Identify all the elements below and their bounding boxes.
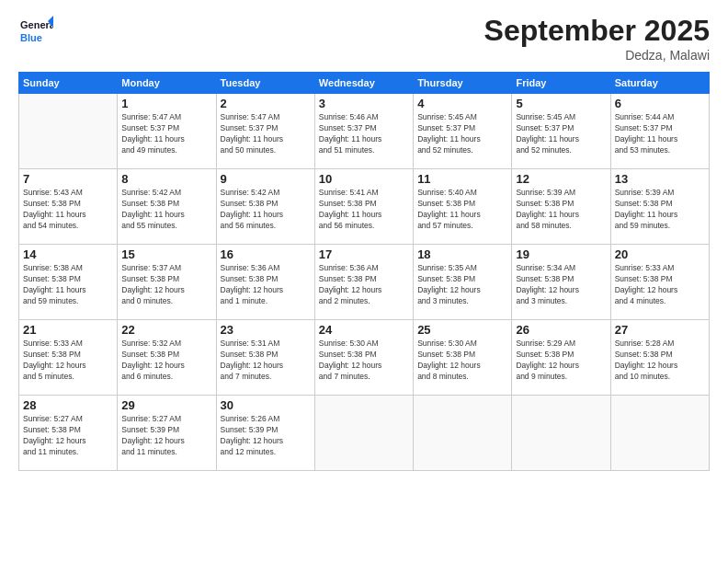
cell-3-6: 19Sunrise: 5:34 AM Sunset: 5:38 PM Dayli… — [512, 245, 610, 320]
cell-content-3: Sunrise: 5:46 AM Sunset: 5:37 PM Dayligh… — [319, 112, 409, 156]
cell-4-3: 23Sunrise: 5:31 AM Sunset: 5:38 PM Dayli… — [216, 320, 314, 396]
title-block: September 2025 Dedza, Malawi — [484, 14, 710, 63]
cell-content-1: Sunrise: 5:47 AM Sunset: 5:37 PM Dayligh… — [121, 112, 211, 156]
cell-3-2: 15Sunrise: 5:37 AM Sunset: 5:38 PM Dayli… — [118, 245, 216, 320]
day-number-16: 16 — [221, 247, 311, 261]
day-number-2: 2 — [221, 97, 311, 110]
day-number-19: 19 — [516, 247, 606, 261]
calendar-header-row: Sunday Monday Tuesday Wednesday Thursday… — [19, 73, 710, 94]
day-number-15: 15 — [121, 247, 211, 261]
cell-content-15: Sunrise: 5:37 AM Sunset: 5:38 PM Dayligh… — [121, 263, 211, 307]
day-number-1: 1 — [121, 97, 211, 110]
day-number-6: 6 — [615, 97, 705, 110]
svg-text:Blue: Blue — [20, 32, 42, 43]
day-number-29: 29 — [121, 398, 211, 412]
col-sunday: Sunday — [19, 73, 118, 94]
cell-content-24: Sunrise: 5:30 AM Sunset: 5:38 PM Dayligh… — [319, 339, 409, 383]
cell-content-9: Sunrise: 5:42 AM Sunset: 5:38 PM Dayligh… — [221, 188, 311, 232]
day-number-25: 25 — [417, 323, 507, 337]
cell-1-3: 2Sunrise: 5:47 AM Sunset: 5:37 PM Daylig… — [216, 94, 314, 169]
cell-2-5: 11Sunrise: 5:40 AM Sunset: 5:38 PM Dayli… — [414, 169, 512, 245]
cell-content-12: Sunrise: 5:39 AM Sunset: 5:38 PM Dayligh… — [516, 188, 606, 232]
day-number-30: 30 — [221, 398, 311, 412]
cell-3-4: 17Sunrise: 5:36 AM Sunset: 5:38 PM Dayli… — [314, 245, 413, 320]
cell-content-22: Sunrise: 5:32 AM Sunset: 5:38 PM Dayligh… — [121, 339, 211, 383]
cell-content-25: Sunrise: 5:30 AM Sunset: 5:38 PM Dayligh… — [417, 339, 507, 383]
cell-content-6: Sunrise: 5:44 AM Sunset: 5:37 PM Dayligh… — [615, 112, 705, 156]
cell-content-28: Sunrise: 5:27 AM Sunset: 5:38 PM Dayligh… — [23, 414, 113, 458]
day-number-26: 26 — [516, 323, 606, 337]
logo: General Blue — [18, 14, 53, 49]
cell-2-2: 8Sunrise: 5:42 AM Sunset: 5:38 PM Daylig… — [118, 169, 216, 245]
day-number-24: 24 — [319, 323, 409, 337]
week-row-1: 1Sunrise: 5:47 AM Sunset: 5:37 PM Daylig… — [19, 94, 710, 169]
day-number-13: 13 — [615, 172, 705, 186]
cell-content-18: Sunrise: 5:35 AM Sunset: 5:38 PM Dayligh… — [417, 263, 507, 307]
day-number-22: 22 — [121, 323, 211, 337]
cell-5-3: 30Sunrise: 5:26 AM Sunset: 5:39 PM Dayli… — [216, 396, 314, 471]
cell-content-14: Sunrise: 5:38 AM Sunset: 5:38 PM Dayligh… — [23, 263, 113, 307]
day-number-11: 11 — [417, 172, 507, 186]
cell-content-4: Sunrise: 5:45 AM Sunset: 5:37 PM Dayligh… — [417, 112, 507, 156]
cell-5-2: 29Sunrise: 5:27 AM Sunset: 5:39 PM Dayli… — [118, 396, 216, 471]
cell-content-11: Sunrise: 5:40 AM Sunset: 5:38 PM Dayligh… — [417, 188, 507, 232]
cell-1-2: 1Sunrise: 5:47 AM Sunset: 5:37 PM Daylig… — [118, 94, 216, 169]
cell-content-2: Sunrise: 5:47 AM Sunset: 5:37 PM Dayligh… — [221, 112, 311, 156]
cell-content-29: Sunrise: 5:27 AM Sunset: 5:39 PM Dayligh… — [121, 414, 211, 458]
cell-2-3: 9Sunrise: 5:42 AM Sunset: 5:38 PM Daylig… — [216, 169, 314, 245]
cell-1-7: 6Sunrise: 5:44 AM Sunset: 5:37 PM Daylig… — [610, 94, 709, 169]
day-number-20: 20 — [615, 247, 705, 261]
cell-content-21: Sunrise: 5:33 AM Sunset: 5:38 PM Dayligh… — [23, 339, 113, 383]
week-row-3: 14Sunrise: 5:38 AM Sunset: 5:38 PM Dayli… — [19, 245, 710, 320]
cell-content-16: Sunrise: 5:36 AM Sunset: 5:38 PM Dayligh… — [221, 263, 311, 307]
cell-content-7: Sunrise: 5:43 AM Sunset: 5:38 PM Dayligh… — [23, 188, 113, 232]
cell-content-26: Sunrise: 5:29 AM Sunset: 5:38 PM Dayligh… — [516, 339, 606, 383]
cell-5-4 — [314, 396, 413, 471]
cell-4-6: 26Sunrise: 5:29 AM Sunset: 5:38 PM Dayli… — [512, 320, 610, 396]
week-row-5: 28Sunrise: 5:27 AM Sunset: 5:38 PM Dayli… — [19, 396, 710, 471]
cell-content-30: Sunrise: 5:26 AM Sunset: 5:39 PM Dayligh… — [221, 414, 311, 458]
cell-content-10: Sunrise: 5:41 AM Sunset: 5:38 PM Dayligh… — [319, 188, 409, 232]
cell-content-17: Sunrise: 5:36 AM Sunset: 5:38 PM Dayligh… — [319, 263, 409, 307]
day-number-27: 27 — [615, 323, 705, 337]
cell-content-8: Sunrise: 5:42 AM Sunset: 5:38 PM Dayligh… — [121, 188, 211, 232]
cell-4-7: 27Sunrise: 5:28 AM Sunset: 5:38 PM Dayli… — [610, 320, 709, 396]
cell-4-4: 24Sunrise: 5:30 AM Sunset: 5:38 PM Dayli… — [314, 320, 413, 396]
day-number-14: 14 — [23, 247, 113, 261]
day-number-18: 18 — [417, 247, 507, 261]
day-number-10: 10 — [319, 172, 409, 186]
cell-1-6: 5Sunrise: 5:45 AM Sunset: 5:37 PM Daylig… — [512, 94, 610, 169]
cell-3-1: 14Sunrise: 5:38 AM Sunset: 5:38 PM Dayli… — [19, 245, 118, 320]
cell-4-2: 22Sunrise: 5:32 AM Sunset: 5:38 PM Dayli… — [118, 320, 216, 396]
cell-4-5: 25Sunrise: 5:30 AM Sunset: 5:38 PM Dayli… — [414, 320, 512, 396]
cell-3-5: 18Sunrise: 5:35 AM Sunset: 5:38 PM Dayli… — [414, 245, 512, 320]
day-number-4: 4 — [417, 97, 507, 110]
cell-5-6 — [512, 396, 610, 471]
day-number-12: 12 — [516, 172, 606, 186]
cell-content-27: Sunrise: 5:28 AM Sunset: 5:38 PM Dayligh… — [615, 339, 705, 383]
day-number-3: 3 — [319, 97, 409, 110]
cell-2-1: 7Sunrise: 5:43 AM Sunset: 5:38 PM Daylig… — [19, 169, 118, 245]
header: General Blue September 2025 Dedza, Malaw… — [18, 14, 710, 63]
cell-4-1: 21Sunrise: 5:33 AM Sunset: 5:38 PM Dayli… — [19, 320, 118, 396]
day-number-7: 7 — [23, 172, 113, 186]
logo-svg: General Blue — [18, 14, 53, 49]
cell-5-7 — [610, 396, 709, 471]
cell-content-5: Sunrise: 5:45 AM Sunset: 5:37 PM Dayligh… — [516, 112, 606, 156]
month-title: September 2025 — [484, 14, 710, 48]
week-row-4: 21Sunrise: 5:33 AM Sunset: 5:38 PM Dayli… — [19, 320, 710, 396]
day-number-5: 5 — [516, 97, 606, 110]
col-friday: Friday — [512, 73, 610, 94]
cell-content-23: Sunrise: 5:31 AM Sunset: 5:38 PM Dayligh… — [221, 339, 311, 383]
cell-1-1 — [19, 94, 118, 169]
cell-content-19: Sunrise: 5:34 AM Sunset: 5:38 PM Dayligh… — [516, 263, 606, 307]
col-wednesday: Wednesday — [314, 73, 413, 94]
cell-5-5 — [414, 396, 512, 471]
cell-1-5: 4Sunrise: 5:45 AM Sunset: 5:37 PM Daylig… — [414, 94, 512, 169]
cell-1-4: 3Sunrise: 5:46 AM Sunset: 5:37 PM Daylig… — [314, 94, 413, 169]
cell-content-13: Sunrise: 5:39 AM Sunset: 5:38 PM Dayligh… — [615, 188, 705, 232]
page: General Blue September 2025 Dedza, Malaw… — [0, 0, 728, 563]
cell-3-7: 20Sunrise: 5:33 AM Sunset: 5:38 PM Dayli… — [610, 245, 709, 320]
cell-2-7: 13Sunrise: 5:39 AM Sunset: 5:38 PM Dayli… — [610, 169, 709, 245]
cell-5-1: 28Sunrise: 5:27 AM Sunset: 5:38 PM Dayli… — [19, 396, 118, 471]
